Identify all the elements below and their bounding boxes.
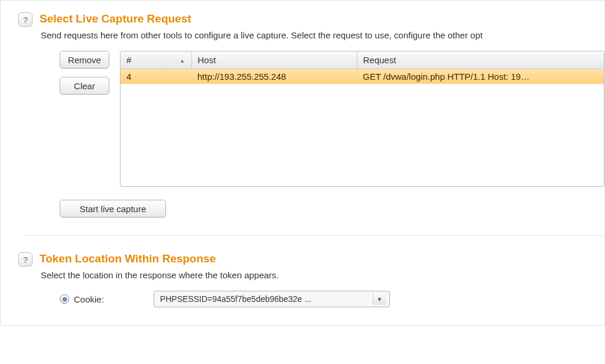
radio-cookie-label: Cookie:	[74, 294, 104, 304]
chevron-down-icon[interactable]: ▼	[373, 293, 386, 305]
clear-button[interactable]: Clear	[60, 77, 109, 95]
section-divider	[24, 235, 605, 236]
table-row[interactable]: 4 http://193.255.255.248 GET /dvwa/login…	[121, 69, 604, 84]
request-table[interactable]: # ▲ Host Request 4 http://193.255.255.24…	[120, 51, 604, 187]
token-description: Select the location in the response wher…	[41, 270, 604, 280]
help-icon[interactable]: ?	[18, 12, 32, 27]
live-capture-section: ? Select Live Capture Request Send reque…	[18, 12, 604, 217]
sort-ascending-icon: ▲	[180, 57, 186, 64]
col-host-header[interactable]: Host	[191, 51, 357, 69]
token-location-section: ? Token Location Within Response Select …	[18, 252, 604, 307]
cell-request: GET /dvwa/login.php HTTP/1.1 Host: 19…	[357, 69, 604, 84]
section-title-capture: Select Live Capture Request	[40, 12, 191, 25]
col-request-header[interactable]: Request	[357, 51, 604, 69]
help-icon[interactable]: ?	[18, 252, 32, 266]
col-number-header[interactable]: # ▲	[121, 51, 191, 69]
cookie-value-text: PHPSESSID=94a55f7be5deb96be32e ...	[160, 294, 311, 304]
radio-cookie[interactable]	[60, 294, 69, 304]
cell-host: http://193.255.255.248	[191, 69, 357, 84]
col-number-label: #	[126, 55, 131, 65]
cookie-value-dropdown[interactable]: PHPSESSID=94a55f7be5deb96be32e ... ▼	[154, 291, 390, 307]
remove-button[interactable]: Remove	[60, 51, 109, 69]
section-title-token: Token Location Within Response	[40, 252, 216, 265]
start-live-capture-button[interactable]: Start live capture	[60, 200, 166, 217]
capture-description: Send requests here from other tools to c…	[41, 30, 604, 40]
cell-number: 4	[121, 69, 191, 84]
